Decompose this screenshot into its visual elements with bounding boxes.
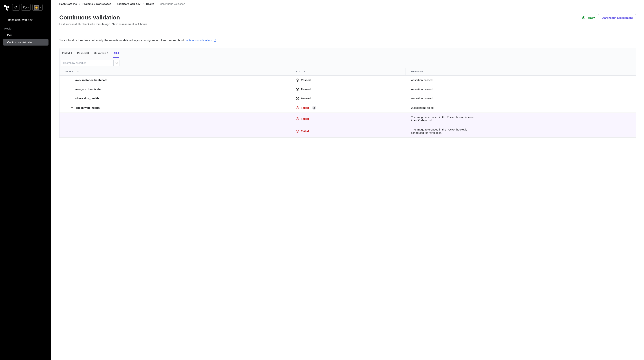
status-ready-label: Ready [587,16,595,19]
table-row: FailedThe image referenced in the Packer… [60,125,636,138]
assertions-table: ASSERTION STATUS MESSAGE aws_instance.ha… [60,68,636,138]
status-cell: Failed [296,130,400,133]
table-row: aws_instance.hashicafePassedAssertion pa… [60,76,636,85]
workspace-name-label: hashicafe-web-dev [8,18,32,22]
terraform-logo [3,3,10,11]
col-header-assertion: ASSERTION [60,68,290,76]
check-circle-icon [296,78,299,82]
svg-line-19 [297,118,298,120]
tab-unknown[interactable]: Unknown 0 [94,48,108,58]
page-title: Continuous validation [59,14,148,21]
status-label: Failed [301,106,309,109]
breadcrumb-item[interactable]: Health [146,2,154,5]
breadcrumb-item[interactable]: HashiCafe-inc [59,2,77,5]
svg-line-21 [297,131,298,132]
status-cell: Passed [296,97,400,100]
help-menu-button[interactable] [21,4,31,11]
tab-passed[interactable]: Passed 3 [77,48,89,58]
svg-point-7 [25,8,25,8]
svg-line-17 [297,107,298,109]
breadcrumb-separator: / [79,2,80,5]
workspace-back-link[interactable]: hashicafe-web-dev [0,14,52,24]
breadcrumb-separator: / [114,2,114,5]
table-row: check.web_healthFailed22 assertions fail… [60,103,636,113]
table-row: FailedThe image referenced in the Packer… [60,113,636,125]
assertion-name: aws_vpc.hashicafe [65,88,284,91]
status-ready: Ready [582,16,595,19]
message-text: The image referenced in the Packer bucke… [411,116,480,122]
svg-marker-0 [4,4,6,7]
breadcrumb-separator: / [143,2,144,5]
status-label: Failed [301,130,309,133]
assertion-name: check.web_health [76,106,100,109]
assertion-name: aws_instance.hashicafe [65,78,284,82]
status-label: Passed [301,78,311,82]
svg-point-14 [296,88,299,91]
svg-line-12 [117,64,118,64]
table-row: aws_vpc.hashicafePassedAssertion passed [60,85,636,94]
svg-marker-2 [8,5,10,8]
svg-line-10 [215,39,216,41]
svg-point-15 [296,97,299,100]
status-cell: Passed [296,88,400,91]
assertion-name: check.dns_health [65,97,284,100]
breadcrumb: HashiCafe-inc/Projects & workspaces/hash… [52,0,644,8]
svg-point-13 [296,79,299,82]
avatar: 🧔 [34,5,39,10]
play-circle-icon [582,16,585,19]
tab-all[interactable]: All 4 [114,48,119,58]
chevron-down-icon [27,6,29,8]
status-label: Failed [301,117,309,120]
check-circle-icon [296,97,299,100]
external-link-icon [214,39,216,42]
check-circle-icon [296,88,299,91]
breadcrumb-item: Continuous Validation [160,2,185,5]
status-label: Passed [301,88,311,91]
infrastructure-info-text: Your infrastructure does not satisfy the… [59,39,636,42]
status-cell: Passed [296,78,400,82]
svg-point-4 [14,6,17,8]
status-label: Passed [301,97,311,100]
sidebar-item-drift[interactable]: Drift [3,32,48,38]
svg-marker-9 [584,17,584,18]
chevron-left-icon [4,19,6,21]
breadcrumb-separator: / [157,2,158,5]
status-count-badge: 2 [312,106,316,110]
sidebar-section-health: Health [0,24,52,31]
page-subtitle: Last successfully checked a minute ago. … [59,23,148,26]
search-submit-button[interactable] [114,60,120,66]
tab-failed[interactable]: Failed 1 [62,48,72,58]
fail-circle-icon [296,106,299,109]
message-text: Assertion passed [411,97,630,100]
message-text: 2 assertions failed [411,106,630,109]
col-header-status: STATUS [290,68,405,76]
search-icon [115,62,118,64]
start-health-assessment-button[interactable]: Start health assessment [598,14,636,21]
status-cell: Failed [296,117,400,120]
svg-point-11 [116,62,117,64]
user-menu-button[interactable]: 🧔 [32,4,42,11]
chevron-down-icon [40,6,42,8]
fail-circle-icon [296,117,299,120]
assertion-group-toggle[interactable]: check.web_health [65,106,284,109]
sidebar: 🧔 hashicafe-web-dev Health DriftContinuo… [0,0,52,360]
status-cell: Failed2 [296,106,400,110]
message-text: The image referenced in the Packer bucke… [411,128,480,135]
message-text: Assertion passed [411,78,630,82]
svg-line-5 [16,8,17,9]
main-content: HashiCafe-inc/Projects & workspaces/hash… [52,0,644,360]
table-row: check.dns_healthPassedAssertion passed [60,94,636,103]
message-text: Assertion passed [411,88,630,91]
fail-circle-icon [296,130,299,133]
search-input[interactable] [61,60,114,66]
continuous-validation-link[interactable]: continuous validation. [184,39,216,42]
filter-tabs: Failed 1Passed 3Unknown 0All 4 [60,48,636,58]
search-button[interactable] [12,4,20,11]
chevron-down-icon [71,107,73,109]
col-header-message: MESSAGE [405,68,636,76]
breadcrumb-item[interactable]: hashicafe-web-dev [117,2,140,5]
sidebar-item-continuous-validation[interactable]: Continuous Validation [3,39,48,45]
breadcrumb-item[interactable]: Projects & workspaces [82,2,111,5]
